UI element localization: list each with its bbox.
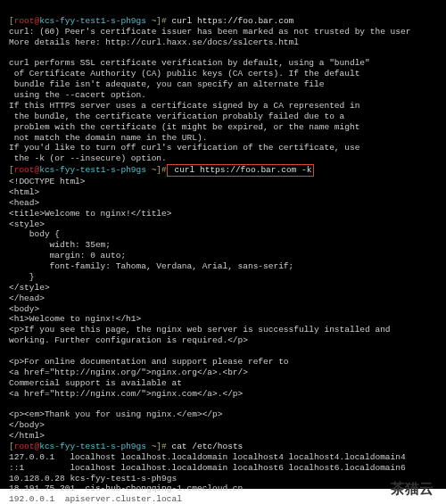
output-line: using the --cacert option. (9, 90, 146, 100)
watermark: 茶猫云 (391, 480, 434, 499)
prompt-user: root@ (14, 16, 40, 26)
output-line: width: 35em; (9, 240, 111, 250)
prompt-tilde: ~ (146, 16, 156, 26)
output-line: <p><em>Thank you for using nginx.</em></… (9, 409, 222, 419)
output-line: <head> (9, 198, 39, 208)
prompt-host: kcs-fyy-test1-s-ph9gs (39, 165, 146, 175)
output-line: </body> (9, 420, 45, 430)
prompt-line-2: [root@kcs-fyy-test1-s-ph9gs ~]# curl htt… (9, 165, 314, 175)
output-line: </html> (9, 431, 45, 441)
hosts-line: ::1 localhost localhost.localdomain loca… (9, 463, 406, 473)
output-line: <h1>Welcome to nginx!</h1> (9, 314, 141, 324)
output-line: body { (9, 229, 60, 239)
output-line: not match the domain name in the URL). (9, 133, 207, 143)
output-line: problem with the certificate (it might b… (9, 122, 359, 132)
output-line: of Certificate Authority (CA) public key… (9, 69, 359, 78)
hosts-line: 127.0.0.1 localhost localhost.localdomai… (9, 452, 406, 462)
output-line: Commercial support is available at (9, 378, 182, 388)
output-line: curl: (60) Peer's certificate issuer has… (9, 27, 410, 37)
output-line: <style> (9, 219, 45, 229)
output-line: <!DOCTYPE html> (9, 177, 86, 186)
output-line: If this HTTPS server uses a certificate … (9, 101, 359, 111)
output-line: </style> (9, 283, 50, 293)
output-line: font-family: Tahoma, Verdana, Arial, san… (9, 261, 293, 271)
output-line: the -k (or --insecure) option. (9, 153, 167, 163)
prompt-line-1: [root@kcs-fyy-test1-s-ph9gs ~]# curl htt… (9, 16, 293, 26)
prompt-tilde: ~ (146, 165, 156, 175)
command-2: curl https://foo.bar.com -k (169, 165, 312, 175)
output-line: } (9, 272, 35, 282)
prompt-host: kcs-fyy-test1-s-ph9gs (39, 442, 146, 451)
output-line: More details here: http://curl.haxx.se/d… (9, 37, 299, 47)
terminal-window[interactable]: [root@kcs-fyy-test1-s-ph9gs ~]# curl htt… (0, 0, 446, 489)
command-3: cat /etc/hosts (167, 442, 244, 451)
output-line: If you'd like to turn off curl's verific… (9, 143, 359, 153)
output-line: <p>For online documentation and support … (9, 357, 289, 367)
hosts-line: 10.128.0.28 kcs-fyy-test1-s-ph9gs (9, 474, 177, 483)
bracket-close: ]# (156, 16, 166, 26)
output-line: the bundle, the certificate verification… (9, 112, 344, 121)
hosts-line: 18.191.75.201 cis-hub-chongqing-1.cmeclo… (9, 483, 243, 493)
output-line: margin: 0 auto; (9, 251, 126, 260)
output-line: <p>If you see this page, the nginx web s… (9, 325, 391, 335)
output-line: </head> (9, 293, 45, 303)
output-line: curl performs SSL certificate verificati… (9, 58, 370, 68)
output-line: <body> (9, 304, 39, 314)
prompt-tilde: ~ (146, 442, 156, 451)
command-1: curl https://foo.bar.com (167, 16, 294, 26)
bracket-close: ]# (156, 165, 166, 175)
bracket-close: ]# (156, 442, 166, 451)
hosts-line-faded: 192.0.0.1 apiserver.cluster.local (9, 494, 182, 504)
output-line: <html> (9, 187, 39, 197)
highlighted-command: curl https://foo.bar.com -k (167, 164, 315, 177)
output-line: bundle file isn't adequate, you can spec… (9, 79, 324, 89)
prompt-line-3: [root@kcs-fyy-test1-s-ph9gs ~]# cat /etc… (9, 442, 243, 451)
prompt-user: root@ (14, 165, 40, 175)
prompt-user: root@ (14, 442, 40, 451)
output-line: <a href="http://nginx.org/">nginx.org</a… (9, 368, 248, 377)
output-line: working. Further configuration is requir… (9, 335, 248, 345)
output-line: <title>Welcome to nginx!</title> (9, 209, 171, 219)
output-line: <a href="http://nginx.com/">nginx.com</a… (9, 389, 243, 399)
prompt-host: kcs-fyy-test1-s-ph9gs (39, 16, 146, 26)
